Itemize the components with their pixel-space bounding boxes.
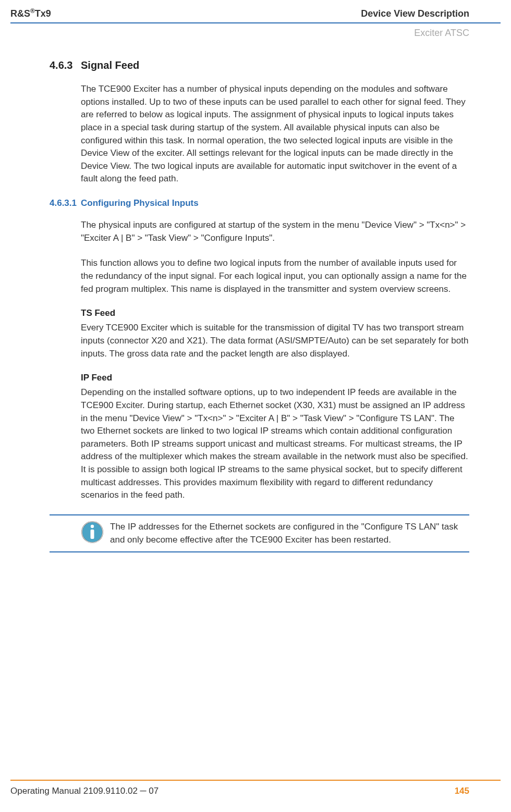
info-note-text: The IP addresses for the Ethernet socket…: [110, 521, 469, 546]
footer-divider: [10, 780, 501, 781]
ip-feed-heading: IP Feed: [81, 373, 469, 383]
product-name: R&S®Tx9: [10, 7, 51, 19]
footer-manual-id: Operating Manual 2109.9110.02 ─ 07: [10, 786, 159, 796]
ip-feed-body: Depending on the installed software opti…: [81, 386, 469, 502]
footer-row: Operating Manual 2109.9110.02 ─ 07 145: [10, 786, 501, 796]
page: R&S®Tx9 Device View Description Exciter …: [0, 0, 511, 812]
section-number: 4.6.3: [50, 59, 81, 71]
page-header: R&S®Tx9 Device View Description: [0, 0, 511, 19]
ts-feed-body: Every TCE900 Exciter which is suitable f…: [81, 322, 469, 360]
ts-feed-heading: TS Feed: [81, 308, 469, 318]
section-title: Signal Feed: [81, 59, 139, 71]
page-footer: Operating Manual 2109.9110.02 ─ 07 145: [10, 780, 501, 796]
subheader: Exciter ATSC: [0, 23, 511, 39]
subsection-title: Configuring Physical Inputs: [81, 198, 199, 208]
subsection-number: 4.6.3.1: [50, 198, 81, 208]
footer-page-number: 145: [455, 786, 469, 796]
section-heading: 4.6.3 Signal Feed: [50, 59, 469, 71]
svg-point-2: [91, 525, 94, 528]
svg-rect-3: [91, 530, 94, 539]
subsection-para-1: The physical inputs are configured at st…: [81, 219, 469, 244]
info-note: The IP addresses for the Ethernet socket…: [50, 514, 469, 552]
content: 4.6.3 Signal Feed The TCE900 Exciter has…: [0, 39, 511, 552]
info-icon: [81, 521, 104, 544]
subsection-heading: 4.6.3.1 Configuring Physical Inputs: [50, 198, 469, 208]
chapter-title: Device View Description: [361, 8, 469, 19]
section-intro: The TCE900 Exciter has a number of physi…: [81, 83, 469, 186]
subsection-para-2: This function allows you to define two l…: [81, 257, 469, 296]
